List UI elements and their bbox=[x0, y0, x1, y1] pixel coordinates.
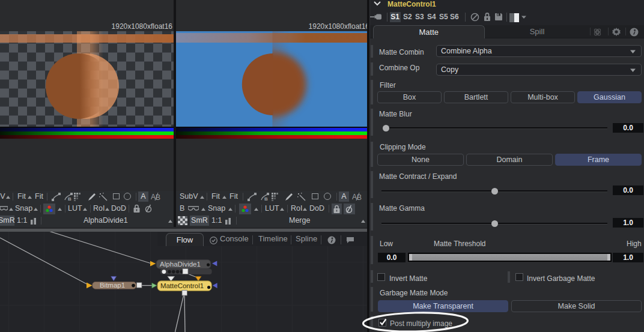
svg-text:AlphaDivide1: AlphaDivide1 bbox=[160, 261, 201, 268]
svg-text:A: A bbox=[352, 193, 357, 201]
svg-text:B: B bbox=[68, 196, 71, 201]
svg-text:Bitmap1: Bitmap1 bbox=[100, 282, 125, 289]
svg-text:B: B bbox=[264, 196, 268, 201]
svg-text:A: A bbox=[151, 193, 156, 201]
svg-text:MatteControl1: MatteControl1 bbox=[160, 282, 204, 289]
